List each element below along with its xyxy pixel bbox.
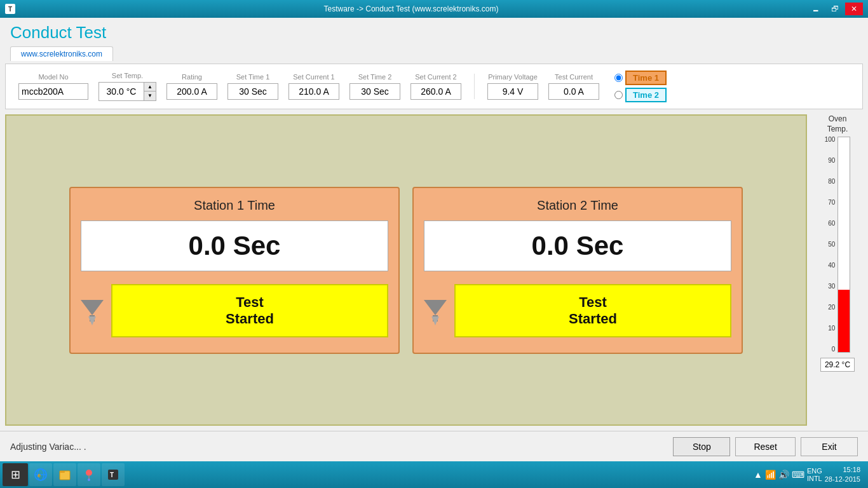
svg-text:e: e (37, 472, 41, 478)
tray-clock: 15:18 28-12-2015 (825, 465, 860, 485)
main-area: Station 1 Time 0.0 Sec TestStarted Stati… (0, 109, 868, 431)
time1-radio[interactable] (614, 74, 623, 82)
set-time1-label: Set Time 1 (236, 73, 270, 81)
station2-time-display: 0.0 Sec (424, 220, 731, 271)
time2-radio[interactable] (614, 91, 623, 99)
set-temp-input[interactable] (99, 84, 144, 99)
time2-radio-label[interactable]: Time 2 (614, 88, 667, 102)
taskbar: ⊞ e T ▲ 📶 🔊 ⌨ ENGINTL (0, 461, 868, 488)
status-text: Adjusting Variac... . (10, 442, 668, 452)
set-time2-value: 30 Sec (349, 83, 400, 100)
title-bar: T Testware -> Conduct Test (www.screlekt… (0, 0, 868, 18)
set-time1-field: Set Time 1 30 Sec (227, 73, 278, 100)
tick-30: 30 (825, 283, 836, 290)
tray-network-icon: 📶 (765, 470, 776, 480)
tray-locale: ENGINTL (807, 467, 822, 482)
close-button[interactable]: ✕ (845, 3, 863, 15)
temp-down-button[interactable]: ▼ (144, 92, 156, 100)
therm-bar-fill (838, 290, 850, 353)
tick-90: 90 (825, 158, 836, 164)
tray-date-text: 28-12-2015 (825, 475, 860, 484)
temp-spinners: ▲ ▼ (144, 83, 156, 100)
tick-10: 10 (825, 325, 836, 332)
reset-button[interactable]: Reset (735, 437, 796, 456)
set-temp-label: Set Temp. (112, 72, 143, 79)
set-time2-label: Set Time 2 (358, 73, 392, 81)
set-current2-field: Set Current 2 260.0 A (410, 73, 461, 100)
set-time1-value: 30 Sec (227, 83, 278, 100)
taskbar-files-icon[interactable] (53, 463, 76, 486)
set-current2-label: Set Current 2 (415, 73, 456, 81)
model-no-label: Model No (38, 73, 68, 81)
test-current-label: Test Current (555, 73, 593, 81)
temp-up-button[interactable]: ▲ (144, 83, 156, 92)
bottom-bar: Adjusting Variac... . Stop Reset Exit (0, 431, 868, 461)
station2-title: Station 2 Time (537, 198, 618, 213)
station1-time-display: 0.0 Sec (81, 220, 388, 271)
rating-value: 200.0 A (166, 83, 217, 100)
page-title: Conduct Test (10, 23, 858, 43)
primary-voltage-label: Primary Voltage (488, 73, 538, 81)
station1-bottom: TestStarted (81, 279, 388, 342)
station2-funnel-icon (424, 300, 447, 322)
set-time2-field: Set Time 2 30 Sec (349, 73, 400, 100)
test-current-field: Test Current 0.0 A (548, 73, 599, 100)
tick-60: 60 (825, 220, 836, 227)
set-current1-value: 210.0 A (288, 83, 339, 100)
title-bar-text: Testware -> Conduct Test (www.screlektro… (15, 4, 807, 13)
station2-card: Station 2 Time 0.0 Sec TestStarted (412, 187, 743, 354)
station1-title: Station 1 Time (194, 198, 275, 213)
funnel-shape-2 (424, 300, 447, 315)
start-button[interactable]: ⊞ (3, 463, 28, 486)
station2-bottom: TestStarted (424, 279, 731, 342)
tray-up-icon[interactable]: ▲ (754, 470, 763, 480)
tick-40: 40 (825, 262, 836, 269)
exit-button[interactable]: Exit (801, 437, 858, 456)
taskbar-paint-icon[interactable] (78, 463, 100, 486)
tab-website[interactable]: www.screlektroniks.com (10, 46, 113, 61)
tick-70: 70 (825, 200, 836, 206)
time2-badge: Time 2 (625, 88, 667, 102)
svg-point-6 (86, 470, 92, 476)
set-current1-field: Set Current 1 210.0 A (288, 73, 339, 100)
tick-80: 80 (825, 179, 836, 185)
rating-field: Rating 200.0 A (166, 73, 217, 100)
svg-text:T: T (110, 471, 114, 478)
set-current2-value: 260.0 A (410, 83, 461, 100)
set-current1-label: Set Current 1 (293, 73, 334, 81)
set-temp-field: Set Temp. ▲ ▼ (98, 72, 156, 101)
maximize-button[interactable]: 🗗 (826, 3, 844, 15)
svg-point-8 (88, 478, 90, 481)
primary-voltage-field: Primary Voltage 9.4 V (487, 73, 538, 100)
primary-voltage-value: 9.4 V (487, 83, 538, 100)
time1-radio-label[interactable]: Time 1 (614, 71, 667, 85)
set-temp-input-wrapper: ▲ ▼ (98, 82, 156, 101)
oven-panel: OvenTemp. 100 90 80 70 60 50 40 30 20 10… (812, 114, 863, 426)
tick-0: 0 (825, 346, 836, 353)
thermometer-container: 100 90 80 70 60 50 40 30 20 10 0 (825, 137, 851, 353)
station1-funnel-icon (81, 300, 104, 322)
tick-50: 50 (825, 241, 836, 248)
oven-temp-display: 29.2 °C (820, 358, 855, 372)
model-no-select[interactable]: mccb200A (18, 83, 88, 100)
minimize-button[interactable]: 🗕 (807, 3, 825, 15)
tab-bar: www.screlektroniks.com (10, 46, 858, 61)
config-divider (474, 74, 475, 99)
test-current-value: 0.0 A (548, 83, 599, 100)
tick-100: 100 (825, 137, 836, 143)
taskbar-ie-icon[interactable]: e (29, 463, 52, 486)
time1-badge: Time 1 (625, 71, 667, 85)
stations-panel: Station 1 Time 0.0 Sec TestStarted Stati… (5, 114, 807, 426)
tick-20: 20 (825, 304, 836, 311)
taskbar-app-icon[interactable]: T (102, 463, 125, 486)
stop-button[interactable]: Stop (673, 437, 730, 456)
taskbar-tray: ▲ 📶 🔊 ⌨ ENGINTL 15:18 28-12-2015 (749, 461, 865, 488)
window-controls: 🗕 🗗 ✕ (807, 3, 863, 15)
tray-time-text: 15:18 (825, 465, 860, 475)
station2-status: TestStarted (454, 284, 731, 337)
therm-bar-outer (837, 137, 850, 353)
tray-keyboard-icon: ⌨ (792, 470, 804, 480)
therm-scale: 100 90 80 70 60 50 40 30 20 10 0 (825, 137, 836, 353)
window-content: Conduct Test www.screlektroniks.com Mode… (0, 18, 868, 461)
rating-label: Rating (182, 73, 202, 81)
